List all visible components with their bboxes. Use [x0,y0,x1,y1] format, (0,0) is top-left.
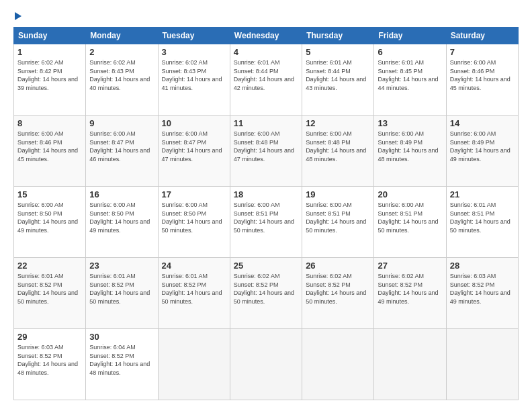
day-info: Sunrise: 6:01 AMSunset: 8:44 PMDaylight:… [306,58,370,92]
day-number: 8 [17,118,82,128]
day-info: Sunrise: 6:01 AMSunset: 8:52 PMDaylight:… [89,272,154,306]
day-info: Sunrise: 6:00 AMSunset: 8:50 PMDaylight:… [17,201,82,234]
calendar-table: SundayMondayTuesdayWednesdayThursdayFrid… [13,27,519,400]
calendar-cell: 10Sunrise: 6:00 AMSunset: 8:47 PMDayligh… [158,116,230,187]
calendar-cell: 9Sunrise: 6:00 AMSunset: 8:47 PMDaylight… [86,116,158,187]
calendar-cell: 23Sunrise: 6:01 AMSunset: 8:52 PMDayligh… [86,258,158,329]
week-row-5: 29Sunrise: 6:03 AMSunset: 8:52 PMDayligh… [14,329,519,400]
day-info: Sunrise: 6:02 AMSunset: 8:52 PMDaylight:… [306,272,370,306]
day-number: 20 [378,189,442,199]
calendar-cell: 17Sunrise: 6:00 AMSunset: 8:50 PMDayligh… [158,187,230,258]
day-info: Sunrise: 6:00 AMSunset: 8:50 PMDaylight:… [162,201,226,234]
day-info: Sunrise: 6:00 AMSunset: 8:47 PMDaylight:… [89,130,154,163]
calendar-cell: 19Sunrise: 6:00 AMSunset: 8:51 PMDayligh… [302,187,374,258]
calendar-cell: 11Sunrise: 6:00 AMSunset: 8:48 PMDayligh… [230,116,302,187]
day-info: Sunrise: 6:02 AMSunset: 8:52 PMDaylight:… [378,272,442,306]
day-info: Sunrise: 6:00 AMSunset: 8:48 PMDaylight:… [234,130,298,163]
calendar-cell: 26Sunrise: 6:02 AMSunset: 8:52 PMDayligh… [302,258,374,329]
week-row-1: 1Sunrise: 6:02 AMSunset: 8:42 PMDaylight… [14,44,519,116]
day-number: 27 [378,261,442,271]
day-number: 7 [450,47,515,57]
week-row-3: 15Sunrise: 6:00 AMSunset: 8:50 PMDayligh… [14,187,519,258]
day-number: 25 [234,261,298,271]
day-number: 2 [89,47,154,57]
week-row-2: 8Sunrise: 6:00 AMSunset: 8:46 PMDaylight… [14,116,519,187]
day-number: 10 [162,118,226,128]
day-info: Sunrise: 6:00 AMSunset: 8:48 PMDaylight:… [306,130,370,163]
calendar-cell: 3Sunrise: 6:02 AMSunset: 8:43 PMDaylight… [158,44,230,116]
calendar-cell: 28Sunrise: 6:03 AMSunset: 8:52 PMDayligh… [446,258,518,329]
day-number: 19 [306,189,370,199]
calendar-cell: 25Sunrise: 6:02 AMSunset: 8:52 PMDayligh… [230,258,302,329]
calendar-cell: 13Sunrise: 6:00 AMSunset: 8:49 PMDayligh… [374,116,446,187]
day-info: Sunrise: 6:02 AMSunset: 8:42 PMDaylight:… [17,58,82,92]
day-number: 11 [234,118,298,128]
day-number: 5 [306,47,370,57]
day-info: Sunrise: 6:00 AMSunset: 8:51 PMDaylight:… [306,201,370,234]
day-info: Sunrise: 6:02 AMSunset: 8:52 PMDaylight:… [234,272,298,306]
day-header-thursday: Thursday [302,28,374,44]
day-number: 6 [378,47,442,57]
page: SundayMondayTuesdayWednesdayThursdayFrid… [0,0,532,411]
day-number: 13 [378,118,442,128]
calendar-cell: 6Sunrise: 6:01 AMSunset: 8:45 PMDaylight… [374,44,446,116]
logo-arrow-icon [15,12,21,20]
calendar-cell: 22Sunrise: 6:01 AMSunset: 8:52 PMDayligh… [14,258,86,329]
calendar-cell: 16Sunrise: 6:00 AMSunset: 8:50 PMDayligh… [86,187,158,258]
day-number: 29 [17,332,82,342]
calendar-cell: 15Sunrise: 6:00 AMSunset: 8:50 PMDayligh… [14,187,86,258]
day-info: Sunrise: 6:04 AMSunset: 8:52 PMDaylight:… [89,343,154,377]
calendar-cell: 12Sunrise: 6:00 AMSunset: 8:48 PMDayligh… [302,116,374,187]
calendar-cell: 2Sunrise: 6:02 AMSunset: 8:43 PMDaylight… [86,44,158,116]
day-info: Sunrise: 6:03 AMSunset: 8:52 PMDaylight:… [17,343,82,377]
day-number: 18 [234,189,298,199]
calendar-cell [158,329,230,400]
day-header-friday: Friday [374,28,446,44]
day-info: Sunrise: 6:00 AMSunset: 8:47 PMDaylight:… [162,130,226,163]
day-info: Sunrise: 6:01 AMSunset: 8:45 PMDaylight:… [378,58,442,92]
day-info: Sunrise: 6:02 AMSunset: 8:43 PMDaylight:… [89,58,154,92]
day-number: 9 [89,118,154,128]
calendar-cell: 7Sunrise: 6:00 AMSunset: 8:46 PMDaylight… [446,44,518,116]
calendar-cell: 20Sunrise: 6:00 AMSunset: 8:51 PMDayligh… [374,187,446,258]
calendar-cell: 24Sunrise: 6:01 AMSunset: 8:52 PMDayligh… [158,258,230,329]
week-row-4: 22Sunrise: 6:01 AMSunset: 8:52 PMDayligh… [14,258,519,329]
calendar-cell: 1Sunrise: 6:02 AMSunset: 8:42 PMDaylight… [14,44,86,116]
day-info: Sunrise: 6:00 AMSunset: 8:46 PMDaylight:… [450,58,515,92]
day-header-sunday: Sunday [14,28,86,44]
calendar-cell: 5Sunrise: 6:01 AMSunset: 8:44 PMDaylight… [302,44,374,116]
logo [13,11,21,20]
day-header-saturday: Saturday [446,28,518,44]
calendar-cell [230,329,302,400]
calendar-cell: 14Sunrise: 6:00 AMSunset: 8:49 PMDayligh… [446,116,518,187]
day-header-monday: Monday [86,28,158,44]
day-number: 1 [17,47,82,57]
calendar-cell: 8Sunrise: 6:00 AMSunset: 8:46 PMDaylight… [14,116,86,187]
day-info: Sunrise: 6:03 AMSunset: 8:52 PMDaylight:… [450,272,515,306]
calendar-cell [302,329,374,400]
day-info: Sunrise: 6:02 AMSunset: 8:43 PMDaylight:… [162,58,226,92]
day-info: Sunrise: 6:01 AMSunset: 8:51 PMDaylight:… [450,201,515,234]
calendar-cell [446,329,518,400]
day-number: 26 [306,261,370,271]
day-number: 22 [17,261,82,271]
header [13,11,519,20]
day-number: 15 [17,189,82,199]
day-number: 3 [162,47,226,57]
day-info: Sunrise: 6:00 AMSunset: 8:51 PMDaylight:… [234,201,298,234]
calendar-cell: 27Sunrise: 6:02 AMSunset: 8:52 PMDayligh… [374,258,446,329]
day-number: 30 [89,332,154,342]
day-number: 12 [306,118,370,128]
day-number: 16 [89,189,154,199]
day-number: 28 [450,261,515,271]
calendar-cell: 30Sunrise: 6:04 AMSunset: 8:52 PMDayligh… [86,329,158,400]
calendar-cell: 18Sunrise: 6:00 AMSunset: 8:51 PMDayligh… [230,187,302,258]
day-info: Sunrise: 6:01 AMSunset: 8:52 PMDaylight:… [162,272,226,306]
header-row: SundayMondayTuesdayWednesdayThursdayFrid… [14,28,519,44]
day-header-tuesday: Tuesday [158,28,230,44]
day-info: Sunrise: 6:00 AMSunset: 8:50 PMDaylight:… [89,201,154,234]
day-number: 24 [162,261,226,271]
day-number: 14 [450,118,515,128]
day-info: Sunrise: 6:01 AMSunset: 8:44 PMDaylight:… [234,58,298,92]
calendar-cell: 29Sunrise: 6:03 AMSunset: 8:52 PMDayligh… [14,329,86,400]
